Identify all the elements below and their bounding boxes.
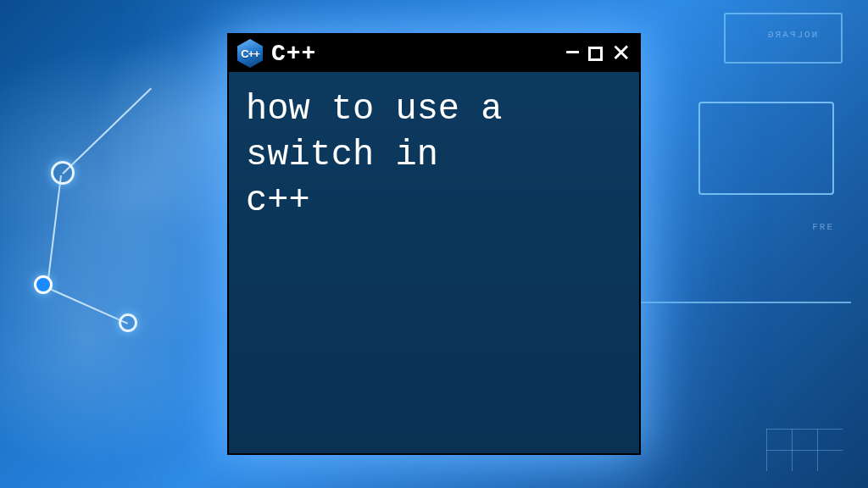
terminal-window-wrap: C++ C++ – ✕ how to use a switch in c++ [227, 33, 641, 455]
network-node [119, 313, 137, 332]
maximize-icon [588, 47, 603, 61]
icon-label: C++ [241, 47, 259, 60]
bg-label-freq: FRE [812, 222, 834, 232]
network-node [51, 161, 75, 185]
minimize-button[interactable]: – [565, 38, 580, 64]
terminal-body: how to use a switch in c++ [229, 72, 639, 453]
network-line [44, 286, 128, 324]
network-line [62, 88, 152, 175]
network-line [47, 175, 62, 285]
cpp-hexagon-icon: C++ [237, 39, 263, 68]
window-controls: – ✕ [565, 41, 631, 66]
terminal-text: how to use a switch in c++ [246, 87, 622, 224]
grid-decor [766, 429, 843, 471]
network-node [34, 275, 53, 294]
window-title: C++ [271, 41, 557, 67]
maximize-button[interactable] [588, 47, 603, 61]
close-button[interactable]: ✕ [611, 42, 631, 65]
terminal-window: C++ C++ – ✕ how to use a switch in c++ [227, 33, 641, 455]
titlebar[interactable]: C++ C++ – ✕ [229, 35, 639, 72]
bg-label-text: NOLPARG [766, 30, 817, 40]
circuit-panel-decor [698, 102, 834, 195]
